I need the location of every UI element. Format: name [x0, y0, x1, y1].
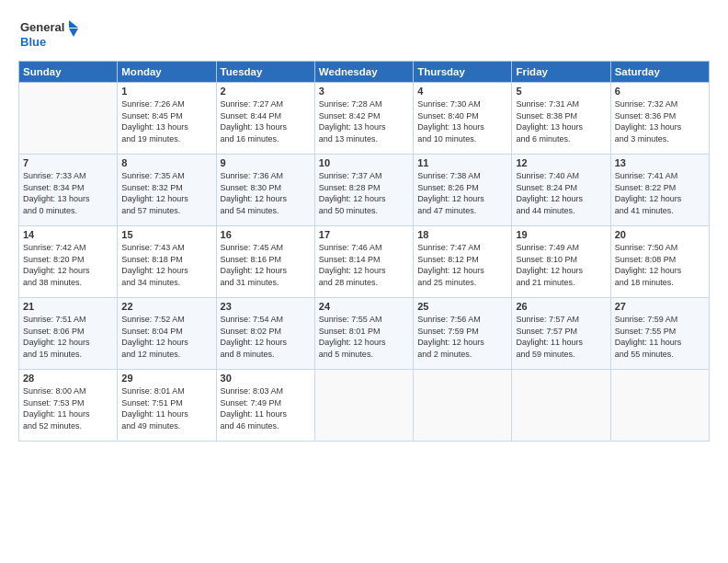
day-number: 5 — [516, 86, 606, 97]
svg-marker-2 — [69, 20, 78, 28]
day-number: 16 — [221, 229, 311, 240]
calendar-cell: 17Sunrise: 7:46 AM Sunset: 8:14 PM Dayli… — [314, 226, 413, 298]
svg-text:Blue: Blue — [20, 35, 46, 49]
day-number: 3 — [319, 86, 409, 97]
day-number: 29 — [121, 373, 211, 384]
calendar-page: General Blue SundayMondayTuesdayWednesda… — [0, 0, 728, 563]
day-header-sunday: Sunday — [19, 62, 118, 83]
day-header-saturday: Saturday — [610, 62, 709, 83]
day-number: 14 — [23, 229, 113, 240]
calendar-cell: 5Sunrise: 7:31 AM Sunset: 8:38 PM Daylig… — [512, 83, 610, 155]
day-info: Sunrise: 8:00 AM Sunset: 7:53 PM Dayligh… — [23, 385, 113, 431]
day-info: Sunrise: 7:27 AM Sunset: 8:44 PM Dayligh… — [221, 98, 311, 144]
day-number: 4 — [417, 86, 507, 97]
calendar-week-3: 14Sunrise: 7:42 AM Sunset: 8:20 PM Dayli… — [19, 226, 710, 298]
day-number: 22 — [121, 301, 211, 312]
calendar-cell: 6Sunrise: 7:32 AM Sunset: 8:36 PM Daylig… — [610, 83, 709, 155]
day-number: 6 — [615, 86, 705, 97]
calendar-cell: 15Sunrise: 7:43 AM Sunset: 8:18 PM Dayli… — [118, 226, 216, 298]
day-info: Sunrise: 7:38 AM Sunset: 8:26 PM Dayligh… — [417, 170, 507, 216]
calendar-cell — [610, 370, 709, 442]
day-number: 21 — [23, 301, 113, 312]
svg-marker-3 — [69, 29, 78, 37]
calendar-cell — [19, 83, 118, 155]
day-info: Sunrise: 7:28 AM Sunset: 8:42 PM Dayligh… — [319, 98, 409, 144]
calendar-cell: 13Sunrise: 7:41 AM Sunset: 8:22 PM Dayli… — [610, 155, 709, 226]
day-info: Sunrise: 7:52 AM Sunset: 8:04 PM Dayligh… — [121, 314, 211, 360]
header: General Blue — [18, 17, 710, 53]
calendar-cell: 1Sunrise: 7:26 AM Sunset: 8:45 PM Daylig… — [118, 83, 216, 155]
day-number: 19 — [516, 229, 606, 240]
day-info: Sunrise: 7:35 AM Sunset: 8:32 PM Dayligh… — [121, 170, 211, 216]
day-info: Sunrise: 7:30 AM Sunset: 8:40 PM Dayligh… — [417, 98, 507, 144]
calendar-cell: 12Sunrise: 7:40 AM Sunset: 8:24 PM Dayli… — [512, 155, 610, 226]
day-number: 7 — [23, 157, 113, 168]
calendar-header-row: SundayMondayTuesdayWednesdayThursdayFrid… — [19, 62, 710, 83]
day-info: Sunrise: 7:41 AM Sunset: 8:22 PM Dayligh… — [615, 170, 705, 216]
day-info: Sunrise: 7:40 AM Sunset: 8:24 PM Dayligh… — [516, 170, 606, 216]
day-number: 15 — [121, 229, 211, 240]
day-info: Sunrise: 7:46 AM Sunset: 8:14 PM Dayligh… — [319, 242, 409, 288]
day-info: Sunrise: 7:36 AM Sunset: 8:30 PM Dayligh… — [221, 170, 311, 216]
calendar-week-4: 21Sunrise: 7:51 AM Sunset: 8:06 PM Dayli… — [19, 298, 710, 370]
day-number: 20 — [615, 229, 705, 240]
day-number: 18 — [417, 229, 507, 240]
day-number: 11 — [417, 157, 507, 168]
day-info: Sunrise: 7:49 AM Sunset: 8:10 PM Dayligh… — [516, 242, 606, 288]
day-header-thursday: Thursday — [414, 62, 512, 83]
calendar-table: SundayMondayTuesdayWednesdayThursdayFrid… — [18, 61, 710, 442]
day-info: Sunrise: 7:31 AM Sunset: 8:38 PM Dayligh… — [516, 98, 606, 144]
calendar-cell: 8Sunrise: 7:35 AM Sunset: 8:32 PM Daylig… — [118, 155, 216, 226]
logo: General Blue — [18, 17, 83, 53]
day-number: 2 — [221, 86, 311, 97]
calendar-body: 1Sunrise: 7:26 AM Sunset: 8:45 PM Daylig… — [19, 83, 710, 442]
day-info: Sunrise: 7:59 AM Sunset: 7:55 PM Dayligh… — [615, 314, 705, 360]
calendar-cell: 21Sunrise: 7:51 AM Sunset: 8:06 PM Dayli… — [19, 298, 118, 370]
day-info: Sunrise: 7:32 AM Sunset: 8:36 PM Dayligh… — [615, 98, 705, 144]
calendar-week-1: 1Sunrise: 7:26 AM Sunset: 8:45 PM Daylig… — [19, 83, 710, 155]
day-info: Sunrise: 7:55 AM Sunset: 8:01 PM Dayligh… — [319, 314, 409, 360]
calendar-week-2: 7Sunrise: 7:33 AM Sunset: 8:34 PM Daylig… — [19, 155, 710, 226]
calendar-cell: 20Sunrise: 7:50 AM Sunset: 8:08 PM Dayli… — [610, 226, 709, 298]
calendar-cell: 26Sunrise: 7:57 AM Sunset: 7:57 PM Dayli… — [512, 298, 610, 370]
calendar-cell: 3Sunrise: 7:28 AM Sunset: 8:42 PM Daylig… — [314, 83, 413, 155]
day-number: 25 — [417, 301, 507, 312]
calendar-cell — [414, 370, 512, 442]
day-header-tuesday: Tuesday — [216, 62, 314, 83]
day-number: 9 — [221, 157, 311, 168]
day-number: 23 — [221, 301, 311, 312]
calendar-cell: 14Sunrise: 7:42 AM Sunset: 8:20 PM Dayli… — [19, 226, 118, 298]
calendar-cell: 7Sunrise: 7:33 AM Sunset: 8:34 PM Daylig… — [19, 155, 118, 226]
day-header-friday: Friday — [512, 62, 610, 83]
calendar-cell: 24Sunrise: 7:55 AM Sunset: 8:01 PM Dayli… — [314, 298, 413, 370]
logo-svg: General Blue — [18, 17, 83, 53]
calendar-cell: 10Sunrise: 7:37 AM Sunset: 8:28 PM Dayli… — [314, 155, 413, 226]
calendar-cell — [314, 370, 413, 442]
day-info: Sunrise: 7:37 AM Sunset: 8:28 PM Dayligh… — [319, 170, 409, 216]
day-number: 1 — [121, 86, 211, 97]
day-number: 26 — [516, 301, 606, 312]
day-info: Sunrise: 7:43 AM Sunset: 8:18 PM Dayligh… — [121, 242, 211, 288]
svg-text:General: General — [20, 20, 64, 34]
day-info: Sunrise: 7:51 AM Sunset: 8:06 PM Dayligh… — [23, 314, 113, 360]
day-info: Sunrise: 7:26 AM Sunset: 8:45 PM Dayligh… — [121, 98, 211, 144]
day-header-monday: Monday — [118, 62, 216, 83]
calendar-cell: 11Sunrise: 7:38 AM Sunset: 8:26 PM Dayli… — [414, 155, 512, 226]
calendar-cell: 2Sunrise: 7:27 AM Sunset: 8:44 PM Daylig… — [216, 83, 314, 155]
day-number: 12 — [516, 157, 606, 168]
calendar-cell: 29Sunrise: 8:01 AM Sunset: 7:51 PM Dayli… — [118, 370, 216, 442]
day-number: 27 — [615, 301, 705, 312]
day-info: Sunrise: 7:50 AM Sunset: 8:08 PM Dayligh… — [615, 242, 705, 288]
calendar-cell: 4Sunrise: 7:30 AM Sunset: 8:40 PM Daylig… — [414, 83, 512, 155]
day-number: 30 — [221, 373, 311, 384]
calendar-cell: 30Sunrise: 8:03 AM Sunset: 7:49 PM Dayli… — [216, 370, 314, 442]
calendar-cell: 25Sunrise: 7:56 AM Sunset: 7:59 PM Dayli… — [414, 298, 512, 370]
calendar-cell: 23Sunrise: 7:54 AM Sunset: 8:02 PM Dayli… — [216, 298, 314, 370]
day-number: 8 — [121, 157, 211, 168]
calendar-cell: 27Sunrise: 7:59 AM Sunset: 7:55 PM Dayli… — [610, 298, 709, 370]
calendar-week-5: 28Sunrise: 8:00 AM Sunset: 7:53 PM Dayli… — [19, 370, 710, 442]
day-info: Sunrise: 7:33 AM Sunset: 8:34 PM Dayligh… — [23, 170, 113, 216]
day-info: Sunrise: 7:45 AM Sunset: 8:16 PM Dayligh… — [221, 242, 311, 288]
day-info: Sunrise: 7:47 AM Sunset: 8:12 PM Dayligh… — [417, 242, 507, 288]
day-info: Sunrise: 7:57 AM Sunset: 7:57 PM Dayligh… — [516, 314, 606, 360]
